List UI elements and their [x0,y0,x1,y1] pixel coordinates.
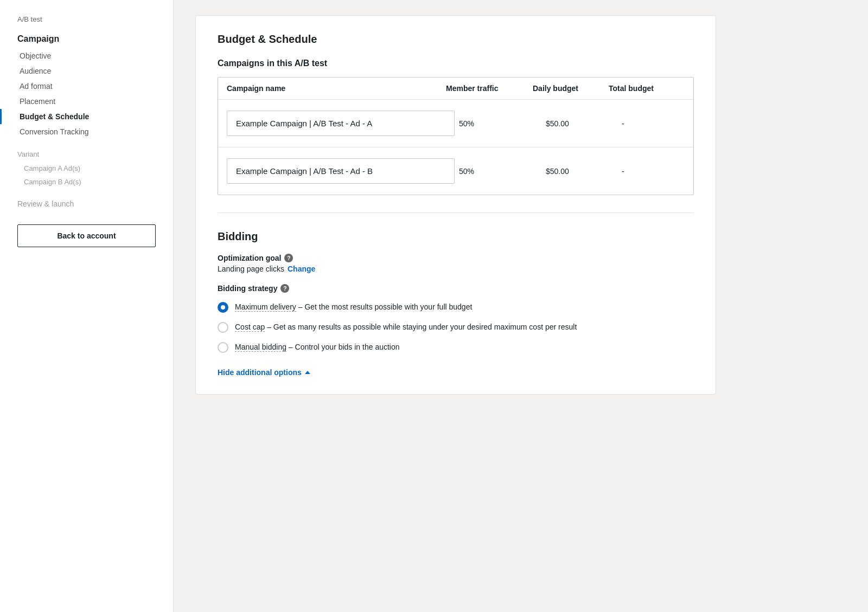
campaigns-table: Campaign name Member traffic Daily budge… [218,77,694,195]
chevron-up-icon [305,371,310,374]
cost-cap-name: Cost cap [235,323,265,332]
cost-cap-desc: – Get as many results as possible while … [267,323,577,331]
sidebar-item-objective[interactable]: Objective [0,48,173,63]
budget-schedule-title: Budget & Schedule [218,33,694,46]
ab-test-label: A/B test [0,15,173,34]
bidding-title: Bidding [218,230,694,243]
campaigns-ab-test-title: Campaigns in this A/B test [218,59,694,68]
back-to-account-button[interactable]: Back to account [17,224,156,247]
radio-manual-bidding-label: Manual bidding – Control your bids in th… [235,342,400,353]
hide-additional-options-link[interactable]: Hide additional options [218,368,694,377]
change-optimization-goal-link[interactable]: Change [288,265,315,273]
optimization-goal-value: Landing page clicks [218,265,284,273]
member-traffic-b: 50% [455,167,541,176]
daily-budget-a: $50.00 [541,119,617,128]
sidebar-nav: Objective Audience Ad format Placement B… [0,48,173,139]
total-budget-b: - [617,167,693,176]
optimization-goal-label: Optimization goal ? [218,254,694,262]
optimization-goal-help-icon[interactable]: ? [284,254,293,262]
radio-cost-cap[interactable]: Cost cap – Get as many results as possib… [218,321,694,333]
radio-maximum-delivery-label: Maximum delivery – Get the most results … [235,301,472,313]
manual-bidding-desc: – Control your bids in the auction [289,343,400,351]
sidebar-item-ad-format[interactable]: Ad format [0,79,173,94]
sidebar: A/B test Campaign Objective Audience Ad … [0,0,174,612]
campaign-section-title: Campaign [0,34,173,48]
radio-manual-bidding-circle[interactable] [218,342,228,353]
sidebar-campaign-a-ads[interactable]: Campaign A Ad(s) [0,162,173,175]
radio-maximum-delivery[interactable]: Maximum delivery – Get the most results … [218,301,694,313]
sidebar-item-audience[interactable]: Audience [0,63,173,79]
maximum-delivery-name: Maximum delivery [235,302,296,312]
campaign-name-a: Example Campaign | A/B Test - Ad - A [227,111,455,136]
table-row: Example Campaign | A/B Test - Ad - B 50%… [218,147,693,195]
col-header-total-budget: Total budget [609,84,685,93]
main-content: Budget & Schedule Campaigns in this A/B … [174,0,868,612]
total-budget-a: - [617,119,693,128]
radio-maximum-delivery-circle[interactable] [218,302,228,313]
variant-label: Variant [0,139,173,162]
radio-cost-cap-circle[interactable] [218,322,228,333]
col-header-campaign-name: Campaign name [227,84,446,93]
table-row: Example Campaign | A/B Test - Ad - A 50%… [218,100,693,147]
bidding-section: Bidding Optimization goal ? Landing page… [218,230,694,377]
bidding-strategy-help-icon[interactable]: ? [280,284,289,293]
member-traffic-a: 50% [455,119,541,128]
sidebar-item-placement[interactable]: Placement [0,94,173,109]
optimization-goal-value-row: Landing page clicks Change [218,265,694,273]
divider [218,212,694,213]
radio-manual-bidding[interactable]: Manual bidding – Control your bids in th… [218,342,694,353]
maximum-delivery-desc: – Get the most results possible with you… [298,302,473,311]
sidebar-item-conversion-tracking[interactable]: Conversion Tracking [0,124,173,139]
campaign-name-b: Example Campaign | A/B Test - Ad - B [227,158,455,184]
budget-schedule-card: Budget & Schedule Campaigns in this A/B … [195,15,716,395]
sidebar-item-budget-schedule[interactable]: Budget & Schedule [0,109,173,124]
bidding-strategy-label: Bidding strategy ? [218,284,694,293]
bidding-strategy-radio-group: Maximum delivery – Get the most results … [218,301,694,353]
sidebar-review-launch[interactable]: Review & launch [0,189,173,211]
col-header-member-traffic: Member traffic [446,84,533,93]
manual-bidding-name: Manual bidding [235,343,286,352]
hide-additional-options-text: Hide additional options [218,368,302,377]
sidebar-campaign-b-ads[interactable]: Campaign B Ad(s) [0,175,173,189]
radio-cost-cap-label: Cost cap – Get as many results as possib… [235,321,577,333]
daily-budget-b: $50.00 [541,167,617,176]
table-header-row: Campaign name Member traffic Daily budge… [218,78,693,100]
col-header-daily-budget: Daily budget [533,84,609,93]
